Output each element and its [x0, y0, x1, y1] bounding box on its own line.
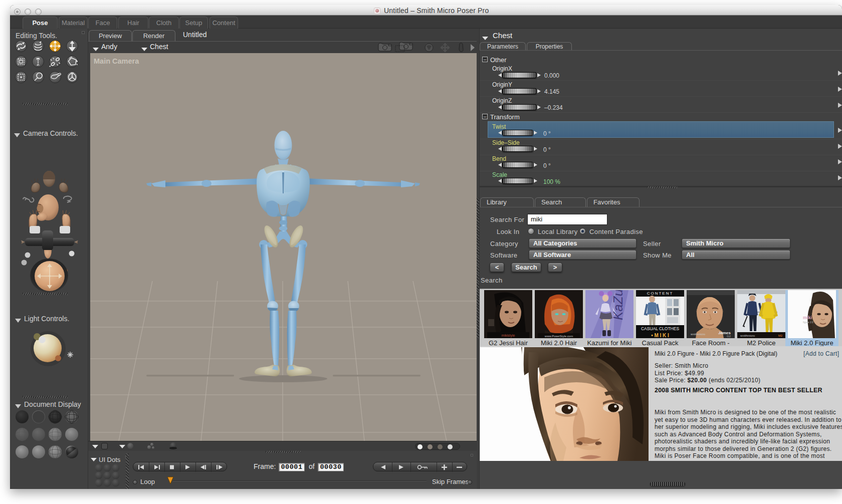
svg-text:miki: miki — [803, 315, 812, 320]
svg-text:CASUAL CLOTHES: CASUAL CLOTHES — [641, 326, 680, 331]
svg-text:KaZumi: KaZumi — [610, 290, 625, 320]
svg-text:Main Camera: Main Camera — [94, 57, 139, 65]
svg-text:• M I K I: • M I K I — [651, 333, 669, 338]
svg-text:figure 2.0: figure 2.0 — [803, 321, 813, 324]
svg-text:smithmicro: smithmicro — [691, 333, 706, 336]
svg-text:CONTENT: CONTENT — [647, 291, 674, 296]
svg-text:mikistyle: mikistyle — [502, 334, 515, 338]
svg-text:G2: G2 — [727, 335, 731, 338]
svg-text:M2: M2 — [778, 334, 783, 337]
svg-text:smithmicro: smithmicro — [740, 334, 755, 337]
svg-text:www.PoserStyle.com: www.PoserStyle.com — [544, 335, 573, 338]
